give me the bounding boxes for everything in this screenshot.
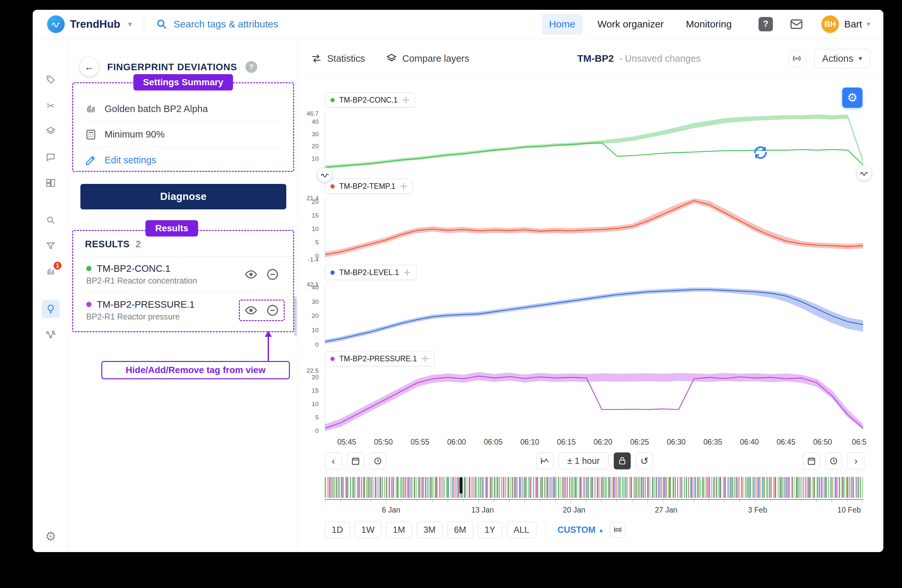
lightbulb-icon[interactable] (42, 300, 60, 318)
result-row-pressure[interactable]: TM-BP2-PRESSURE.1 BP2-R1 Reactor pressur… (73, 292, 293, 328)
diagnose-button[interactable]: Diagnose (80, 184, 286, 210)
move-icon[interactable] (402, 96, 409, 103)
tag-chip-pressure[interactable]: TM-BP2-PRESSURE.1 (325, 351, 434, 366)
plot-level[interactable] (325, 285, 863, 346)
results-label: RESULTS (85, 239, 130, 250)
nav-monitoring[interactable]: Monitoring (679, 14, 739, 34)
statistics-label: Statistics (327, 53, 365, 64)
layers-icon[interactable] (42, 122, 60, 141)
remove-icon[interactable] (266, 268, 279, 281)
clock-end-icon[interactable] (825, 452, 842, 469)
trend-handle-right[interactable] (857, 166, 872, 181)
lock-icon[interactable] (614, 452, 631, 469)
next-icon[interactable]: › (847, 452, 864, 469)
move-icon[interactable] (421, 355, 429, 362)
plot-temp[interactable] (325, 198, 863, 260)
search-rail-icon[interactable] (42, 211, 60, 229)
plot-conc[interactable] (325, 112, 863, 174)
back-button[interactable]: ← (80, 58, 99, 77)
y-axis-conc: 46.740302010 (298, 112, 323, 174)
remove-icon[interactable] (266, 304, 279, 317)
zoom-6m-button[interactable]: 6M (447, 522, 473, 538)
nav-work-organizer[interactable]: Work organizer (590, 14, 671, 34)
pencil-icon (85, 154, 97, 166)
custom-caret-icon: ▴ (599, 526, 603, 534)
scissors-icon[interactable]: ✂ (42, 96, 60, 115)
chip-dot (330, 271, 335, 275)
fingerprint-icon[interactable]: 1 (42, 263, 60, 281)
chip-dot (330, 357, 335, 361)
dashboard-icon[interactable] (42, 174, 60, 192)
network-icon[interactable] (42, 326, 60, 344)
date-labels: 6 Jan13 Jan20 Jan27 Jan3 Feb10 Feb (325, 506, 863, 516)
timebar-left-group: ‹ (325, 452, 386, 469)
search-icon (156, 18, 168, 30)
fingerprint-badge: 1 (53, 261, 63, 271)
settings-gear-icon[interactable]: ⚙ (45, 529, 56, 544)
statistics-button[interactable]: Statistics (311, 53, 365, 64)
chart-scale-icon[interactable] (536, 452, 553, 469)
custom-range-button[interactable]: CUSTOM ▴ (555, 525, 606, 535)
time-range-button[interactable]: ± 1 hour (559, 452, 609, 469)
tag-icon[interactable] (42, 70, 60, 89)
zoom-all-button[interactable]: ALL (507, 522, 536, 538)
move-icon[interactable] (400, 183, 407, 190)
eye-icon[interactable] (244, 304, 258, 317)
zoomrow-divider (545, 523, 546, 536)
zoom-1w-button[interactable]: 1W (355, 522, 382, 538)
chart-region: Statistics Compare layers TM-BP2 - Unsav… (298, 39, 883, 552)
interval-icon[interactable] (610, 522, 625, 538)
edit-settings-link[interactable]: Edit settings (85, 147, 283, 173)
previous-icon[interactable]: ‹ (325, 452, 342, 469)
actions-button[interactable]: Actions ▾ (814, 49, 870, 68)
panel-help-icon[interactable]: ? (246, 61, 257, 73)
search-input[interactable] (174, 19, 357, 30)
help-icon[interactable]: ? (758, 17, 773, 31)
eye-icon[interactable] (244, 268, 258, 281)
compare-layers-button[interactable]: Compare layers (386, 53, 469, 64)
panel-header: ← FINGERPRINT DEVIATIONS ? (80, 58, 291, 77)
avatar[interactable]: BH (821, 16, 839, 33)
settings-summary-annotation: Settings Summary (133, 74, 233, 91)
comment-icon[interactable] (42, 148, 60, 166)
charts-stack: TM-BP2-CONC.1 46.740302010 TM-BP2-TEMP.1… (298, 79, 883, 438)
chip-label: TM-BP2-LEVEL.1 (339, 268, 399, 277)
hide-add-remove-annotation: Hide/Add/Remove tag from view (101, 361, 290, 379)
nav-home[interactable]: Home (542, 14, 583, 34)
move-icon[interactable] (404, 269, 411, 276)
calculator-icon (85, 129, 97, 141)
result-texts: TM-BP2-PRESSURE.1 BP2-R1 Reactor pressur… (86, 299, 239, 321)
chart-settings-gear-button[interactable]: ⚙ (842, 88, 863, 108)
zoom-3m-button[interactable]: 3M (417, 522, 443, 538)
context-slider-handle[interactable] (459, 477, 462, 494)
zoom-1m-button[interactable]: 1M (386, 522, 412, 538)
history-icon[interactable]: ↺ (636, 452, 653, 469)
chip-label: TM-BP2-CONC.1 (339, 96, 398, 105)
zoom-1d-button[interactable]: 1D (325, 522, 350, 538)
live-broadcast-icon[interactable] (788, 50, 806, 67)
panel-title: FINGERPRINT DEVIATIONS (107, 62, 237, 72)
calendar-end-icon[interactable] (803, 452, 820, 469)
result-tag-desc: BP2-R1 Reactor pressure (86, 312, 239, 321)
brand-caret-icon[interactable]: ▾ (128, 20, 132, 29)
y-axis-pressure: 22.520151050 (298, 371, 323, 432)
clock-start-icon[interactable] (369, 452, 386, 469)
trendhub-logo-icon (47, 16, 65, 33)
user-name[interactable]: Bart (844, 19, 862, 30)
context-overview-strip[interactable] (325, 477, 863, 498)
panel-scrollbar[interactable] (294, 297, 297, 336)
plot-pressure[interactable] (325, 371, 863, 432)
global-search[interactable] (156, 18, 357, 30)
filter-icon[interactable] (42, 237, 60, 255)
calendar-start-icon[interactable] (347, 452, 364, 469)
user-menu-caret-icon[interactable]: ▾ (867, 20, 870, 28)
zoom-1y-button[interactable]: 1Y (478, 522, 502, 538)
mail-icon[interactable] (789, 17, 803, 31)
result-row-conc[interactable]: TM-BP2-CONC.1 BP2-R1 Reactor concentrati… (73, 256, 293, 292)
tag-chip-conc[interactable]: TM-BP2-CONC.1 (325, 92, 415, 108)
top-bar: TrendHub ▾ Home Work organizer Monitorin… (33, 10, 883, 39)
refresh-sync-button[interactable] (752, 144, 769, 161)
tag-chip-level[interactable]: TM-BP2-LEVEL.1 (325, 265, 417, 280)
trend-handle-left[interactable] (317, 167, 332, 182)
tag-chip-temp[interactable]: TM-BP2-TEMP.1 (325, 179, 413, 194)
